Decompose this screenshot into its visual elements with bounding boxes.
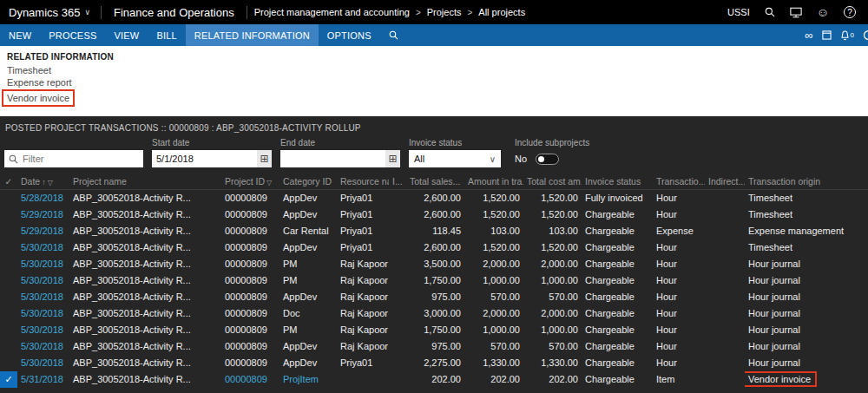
include-subprojects-field: Include subprojects No (515, 138, 589, 167)
menu-view[interactable]: VIEW (105, 24, 148, 46)
feedback-smiley-icon[interactable]: ☺ (817, 6, 829, 18)
date-cell[interactable]: 5/30/2018 (17, 338, 69, 355)
menu-options[interactable]: OPTIONS (319, 24, 380, 46)
message-center-icon[interactable] (790, 7, 802, 18)
refresh-icon[interactable] (863, 29, 868, 41)
select-all-column[interactable]: ✓ (0, 174, 17, 190)
total-sales-cell: 975.00 (406, 338, 464, 355)
date-cell[interactable]: 5/30/2018 (17, 239, 69, 256)
total-sales-cell: 2,600.00 (406, 190, 464, 207)
row-select-checkbox[interactable] (0, 239, 17, 256)
category-id-cell: PM (279, 272, 337, 289)
transaction-row[interactable]: 5/30/2018ABP_30052018-Activity R...00000… (0, 305, 868, 322)
include-subprojects-toggle[interactable] (536, 154, 559, 165)
breadcrumb-item-projects[interactable]: Projects (427, 7, 462, 17)
menu-bill[interactable]: BILL (148, 24, 185, 46)
i-column[interactable]: I... (389, 174, 406, 190)
invoice-status-column[interactable]: Invoice status (582, 174, 653, 190)
project-id-column[interactable]: Project ID▽ (221, 174, 279, 190)
project-id-cell[interactable]: 00000809 (221, 371, 279, 388)
row-select-checkbox[interactable]: ✓ (0, 371, 17, 388)
transaction-row[interactable]: 5/28/2018ABP_30052018-Activity R...00000… (0, 190, 868, 207)
filter-input[interactable] (23, 154, 139, 164)
transaction-type-cell: Hour (653, 190, 705, 207)
transaction-type-cell: Hour (653, 355, 705, 371)
date-cell[interactable]: 5/30/2018 (17, 322, 69, 338)
date-cell[interactable]: 5/30/2018 (17, 305, 69, 322)
calendar-icon[interactable]: ⊞ (257, 150, 272, 167)
row-select-checkbox[interactable] (0, 355, 17, 371)
filter-funnel-icon[interactable]: ▽ (266, 179, 272, 187)
transaction-row[interactable]: 5/30/2018ABP_30052018-Activity R...00000… (0, 355, 868, 371)
row-select-checkbox[interactable] (0, 256, 17, 272)
row-select-checkbox[interactable] (0, 322, 17, 338)
date-cell[interactable]: 5/30/2018 (17, 289, 69, 305)
menu-related-information[interactable]: RELATED INFORMATION (186, 24, 319, 46)
invoice-status-select[interactable]: All ∨ (409, 150, 501, 167)
amount-in-transaction-column[interactable]: Amount in tra... (464, 174, 523, 190)
transaction-origin-column[interactable]: Transaction origin (745, 174, 868, 190)
start-date-input[interactable] (152, 154, 257, 164)
breadcrumb-item-all-projects[interactable]: All projects (478, 7, 525, 17)
resource-name-column[interactable]: Resource na... (337, 174, 389, 190)
menu-new[interactable]: NEW (0, 24, 40, 46)
date-column[interactable]: Date↑▽ (17, 174, 69, 190)
transaction-type-column[interactable]: Transactio... (653, 174, 705, 190)
transaction-row[interactable]: 5/30/2018ABP_30052018-Activity R...00000… (0, 256, 868, 272)
transaction-row[interactable]: 5/29/2018ABP_30052018-Activity R...00000… (0, 206, 868, 223)
date-cell[interactable]: 5/29/2018 (17, 206, 69, 223)
indirect-cell (705, 355, 745, 371)
dynamics-365-menu[interactable]: Dynamics 365 ∨ (0, 6, 101, 19)
resource-name-cell: Raj Kapoor (337, 289, 389, 305)
date-cell[interactable]: 5/30/2018 (17, 272, 69, 289)
row-select-checkbox[interactable] (0, 223, 17, 239)
link-icon[interactable]: ∞ (805, 29, 812, 41)
total-cost-amount-column[interactable]: Total cost am... (523, 174, 582, 190)
calendar-icon[interactable]: ⊞ (385, 150, 400, 167)
date-cell[interactable]: 5/29/2018 (17, 223, 69, 239)
transaction-row[interactable]: 5/30/2018ABP_30052018-Activity R...00000… (0, 239, 868, 256)
notifications-bell-icon[interactable]: 0 (840, 30, 854, 41)
transaction-row[interactable]: 5/30/2018ABP_30052018-Activity R...00000… (0, 289, 868, 305)
project-name-column[interactable]: Project name (69, 174, 221, 190)
transaction-origin-column-label: Transaction origin (748, 176, 820, 187)
help-icon[interactable]: ? (844, 6, 856, 18)
transaction-row[interactable]: 5/30/2018ABP_30052018-Activity R...00000… (0, 322, 868, 338)
indirect-column[interactable]: Indirect... (705, 174, 745, 190)
product-title[interactable]: Finance and Operations (102, 6, 247, 19)
company-selector[interactable]: USSI (727, 7, 750, 17)
row-select-checkbox[interactable] (0, 190, 17, 207)
flyout-link-vendor-invoice[interactable]: Vendor invoice (7, 93, 69, 103)
search-icon[interactable] (765, 7, 775, 17)
action-search-icon[interactable] (380, 24, 407, 46)
menu-process[interactable]: PROCESS (40, 24, 105, 46)
open-in-new-window-icon[interactable] (822, 30, 832, 40)
i-cell (389, 289, 406, 305)
total-cost-amount-cell: 2,000.00 (523, 256, 582, 272)
flyout-link-expense-report[interactable]: Expense report (7, 76, 72, 88)
end-date-input[interactable] (280, 154, 385, 164)
date-cell[interactable]: 5/30/2018 (17, 355, 69, 371)
transaction-row[interactable]: 5/29/2018ABP_30052018-Activity R...00000… (0, 223, 868, 239)
total-sales-column[interactable]: Total sales... (406, 174, 464, 190)
amount-in-transaction-cell: 2,000.00 (464, 305, 523, 322)
breadcrumb-item-module[interactable]: Project management and accounting (254, 7, 410, 17)
row-select-checkbox[interactable] (0, 289, 17, 305)
row-select-checkbox[interactable] (0, 338, 17, 355)
filter-funnel-icon[interactable]: ▽ (48, 179, 53, 187)
flyout-link-timesheet[interactable]: Timesheet (7, 64, 51, 76)
row-select-checkbox[interactable] (0, 272, 17, 289)
amount-in-transaction-cell: 570.00 (464, 289, 523, 305)
transaction-origin-cell: Hour journal (745, 272, 868, 289)
date-cell[interactable]: 5/31/2018 (17, 371, 69, 388)
date-cell[interactable]: 5/28/2018 (17, 190, 69, 207)
project-name-cell: ABP_30052018-Activity R... (69, 239, 221, 256)
row-select-checkbox[interactable] (0, 206, 17, 223)
transaction-row[interactable]: 5/30/2018ABP_30052018-Activity R...00000… (0, 338, 868, 355)
row-select-checkbox[interactable] (0, 305, 17, 322)
transaction-row[interactable]: ✓5/31/2018ABP_30052018-Activity R...0000… (0, 371, 868, 388)
category-id-column[interactable]: Category ID (279, 174, 337, 190)
transaction-row[interactable]: 5/30/2018ABP_30052018-Activity R...00000… (0, 272, 868, 289)
date-cell[interactable]: 5/30/2018 (17, 256, 69, 272)
category-id-cell[interactable]: ProjItem (279, 371, 337, 388)
